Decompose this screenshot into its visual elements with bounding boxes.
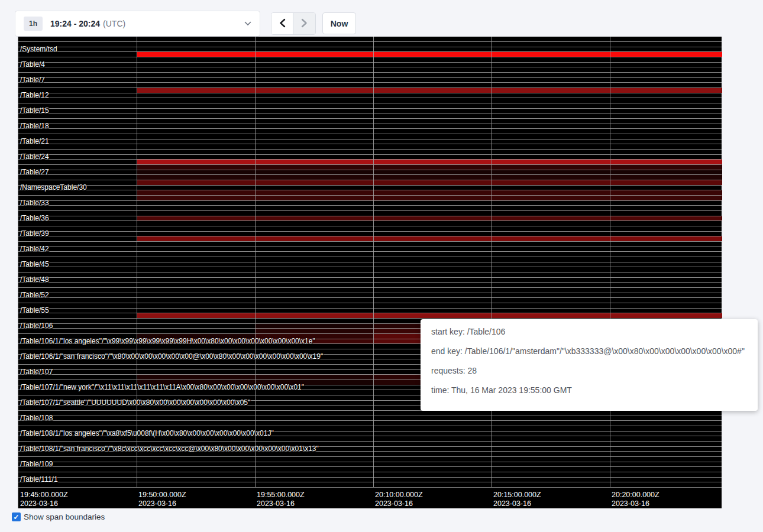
heatmap-cell[interactable] (610, 313, 722, 318)
now-button[interactable]: Now (322, 12, 356, 34)
heatmap-cell[interactable] (137, 313, 255, 318)
heatmap-cell[interactable] (492, 159, 610, 164)
heatmap-cell[interactable] (137, 159, 255, 164)
heatmap-cell[interactable] (492, 236, 610, 241)
heatmap-cell[interactable] (373, 164, 492, 170)
heatmap-row[interactable] (18, 216, 722, 221)
heatmap-cell[interactable] (137, 87, 255, 93)
heatmap-row[interactable] (18, 159, 722, 164)
heatmap-row[interactable] (18, 226, 722, 231)
heatmap-cell[interactable] (255, 174, 373, 180)
heatmap-cell[interactable] (373, 180, 492, 185)
heatmap-cell[interactable] (610, 87, 722, 93)
heatmap-row[interactable] (18, 128, 722, 134)
heatmap-row[interactable] (18, 303, 722, 308)
heatmap-cell[interactable] (610, 180, 722, 185)
heatmap-cell[interactable] (492, 216, 610, 221)
heatmap-cell[interactable] (255, 180, 373, 185)
key-visualizer-canvas[interactable]: /System/tsd/Table/4/Table/7/Table/12/Tab… (18, 37, 722, 508)
heatmap-row[interactable] (18, 287, 722, 293)
heatmap-row[interactable] (18, 149, 722, 154)
heatmap-row[interactable] (18, 241, 722, 246)
heatmap-row[interactable] (18, 124, 722, 129)
heatmap-row[interactable] (18, 246, 722, 252)
heatmap-row[interactable] (18, 472, 722, 477)
heatmap-cell[interactable] (137, 170, 255, 175)
heatmap-row[interactable] (18, 220, 722, 226)
heatmap-cell[interactable] (610, 236, 722, 241)
heatmap-row[interactable] (18, 98, 722, 103)
heatmap-row[interactable] (18, 195, 722, 200)
heatmap-cell[interactable] (373, 236, 492, 241)
heatmap-cell[interactable] (373, 190, 492, 195)
heatmap-row[interactable] (18, 174, 722, 180)
heatmap-cell[interactable] (137, 236, 255, 241)
heatmap-row[interactable] (18, 139, 722, 144)
heatmap-row[interactable] (18, 277, 722, 283)
heatmap-row[interactable] (18, 313, 722, 318)
heatmap-row[interactable] (18, 272, 722, 277)
heatmap-row[interactable] (18, 466, 722, 472)
heatmap-cell[interactable] (137, 164, 255, 170)
heatmap-cell[interactable] (137, 51, 255, 57)
heatmap-row[interactable] (18, 205, 722, 210)
heatmap-cell[interactable] (373, 174, 492, 180)
heatmap-cell[interactable] (137, 216, 255, 221)
heatmap-row[interactable] (18, 190, 722, 195)
heatmap-row[interactable] (18, 257, 722, 262)
heatmap-cell[interactable] (492, 170, 610, 175)
heatmap-row[interactable] (18, 134, 722, 139)
heatmap-cell[interactable] (373, 159, 492, 164)
heatmap-cell[interactable] (373, 195, 492, 200)
prev-time-button[interactable] (271, 13, 293, 34)
heatmap-row[interactable] (18, 416, 722, 421)
heatmap-row[interactable] (18, 170, 722, 175)
heatmap-cell[interactable] (492, 190, 610, 195)
heatmap-row[interactable] (18, 67, 722, 72)
heatmap-cell[interactable] (492, 174, 610, 180)
heatmap-cell[interactable] (137, 323, 255, 329)
heatmap-cell[interactable] (373, 87, 492, 93)
heatmap-row[interactable] (18, 293, 722, 298)
heatmap-row[interactable] (18, 236, 722, 241)
heatmap-cell[interactable] (373, 313, 492, 318)
heatmap-row[interactable] (18, 77, 722, 83)
time-range-selector[interactable]: 1h 19:24 - 20:24 (UTC) (15, 11, 260, 37)
heatmap-row[interactable] (18, 113, 722, 118)
heatmap-row[interactable] (18, 72, 722, 77)
heatmap-cell[interactable] (610, 159, 722, 164)
heatmap-cell[interactable] (610, 170, 722, 175)
heatmap-cell[interactable] (492, 51, 610, 57)
heatmap-row[interactable] (18, 267, 722, 272)
heatmap-cell[interactable] (610, 51, 722, 57)
heatmap-row[interactable] (18, 297, 722, 303)
heatmap-cell[interactable] (255, 170, 373, 175)
show-span-boundaries-checkbox[interactable]: ✓ (12, 512, 21, 521)
heatmap-cell[interactable] (610, 216, 722, 221)
heatmap-cell[interactable] (610, 190, 722, 195)
heatmap-row[interactable] (18, 62, 722, 67)
heatmap-cell[interactable] (137, 174, 255, 180)
heatmap-row[interactable] (18, 57, 722, 62)
heatmap-cell[interactable] (610, 164, 722, 170)
heatmap-row[interactable] (18, 231, 722, 236)
heatmap-cell[interactable] (492, 87, 610, 93)
heatmap-row[interactable] (18, 164, 722, 170)
heatmap-cell[interactable] (137, 374, 255, 379)
heatmap-cell[interactable] (255, 195, 373, 200)
heatmap-cell[interactable] (255, 164, 373, 170)
heatmap-row[interactable] (18, 108, 722, 113)
heatmap-cell[interactable] (137, 180, 255, 185)
heatmap-row[interactable] (18, 282, 722, 287)
heatmap-cell[interactable] (137, 190, 255, 195)
next-time-button[interactable] (293, 13, 315, 34)
heatmap-row[interactable] (18, 462, 722, 467)
heatmap-row[interactable] (18, 477, 722, 482)
heatmap-row[interactable] (18, 410, 722, 416)
heatmap-cell[interactable] (492, 164, 610, 170)
heatmap-cell[interactable] (492, 313, 610, 318)
heatmap-cell[interactable] (137, 195, 255, 200)
heatmap-cell[interactable] (255, 87, 373, 93)
heatmap-cell[interactable] (255, 51, 373, 57)
heatmap-row[interactable] (18, 144, 722, 149)
